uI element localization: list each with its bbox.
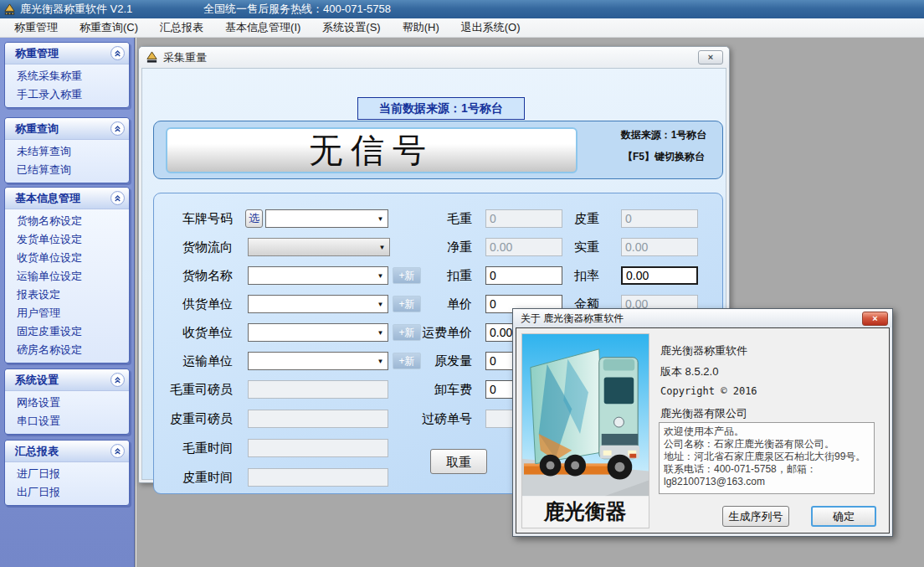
sidebar-section-header-system-settings: 系统设置	[5, 369, 129, 391]
gross-label: 毛重	[363, 209, 472, 228]
collapse-chevron-icon[interactable]	[110, 373, 125, 387]
sidebar-section-items: 系统采集称重手工录入称重	[5, 64, 129, 107]
app-titlebar: 鹿光衡器称重软件 V2.1 全国统一售后服务热线：400-071-5758	[0, 0, 924, 18]
menu-item-exit[interactable]: 退出系统(O)	[450, 18, 531, 37]
signal-display: 无信号	[166, 127, 578, 173]
mdi-border	[135, 38, 136, 567]
source-info: 数据来源：1号称台 【F5】键切换称台	[606, 128, 721, 172]
collapse-chevron-icon[interactable]	[110, 121, 125, 136]
dialog-close-icon[interactable]: ×	[862, 312, 888, 326]
sidebar-section-items: 未结算查询已结算查询	[5, 140, 129, 183]
info-line: 公司名称：石家庄鹿光衡器有限公司。	[664, 438, 870, 451]
sidebar-item[interactable]: 已结算查询	[5, 161, 129, 179]
menu-item-help[interactable]: 帮助(H)	[392, 18, 450, 37]
app-logo-icon	[3, 3, 16, 16]
supplier-label: 供货单位	[154, 295, 233, 313]
sidebar-item[interactable]: 出厂日报	[5, 483, 129, 502]
about-product-name: 鹿光衡器称重软件	[660, 343, 747, 358]
sidebar-section-header-weigh-mgmt: 称重管理	[5, 43, 129, 64]
take-weight-button[interactable]: 取重	[430, 449, 487, 474]
plate-label: 车牌号码	[154, 209, 233, 228]
sidebar-section-title: 汇总报表	[15, 444, 59, 459]
sidebar-section-weigh-mgmt: 称重管理系统采集称重手工录入称重	[4, 42, 130, 108]
ticket-label: 过磅单号	[363, 410, 472, 428]
receiver-label: 收货单位	[154, 323, 233, 342]
price-label: 单价	[363, 295, 472, 313]
sidebar-item[interactable]: 串口设置	[5, 412, 129, 430]
source-info-line1: 数据来源：1号称台	[606, 128, 721, 142]
generate-serial-button[interactable]: 生成序列号	[722, 506, 789, 527]
sidebar-item[interactable]: 网络设置	[5, 394, 129, 412]
menu-item-basic-info[interactable]: 基本信息管理(I)	[214, 18, 311, 37]
sidebar-item[interactable]: 手工录入称重	[5, 85, 129, 104]
info-line: 联系电话：400-071-5758，邮箱：	[664, 463, 870, 476]
rate-label: 扣率	[516, 266, 599, 285]
weight-display-panel: 无信号 数据来源：1号称台 【F5】键切换称台	[153, 121, 723, 179]
sidebar-section-header-summary-reports: 汇总报表	[5, 441, 129, 462]
sidebar-item[interactable]: 系统采集称重	[5, 67, 129, 85]
about-copyright: Copyright © 2016	[660, 385, 757, 397]
sidebar-item[interactable]: 固定皮重设定	[5, 322, 129, 341]
tare-time-label: 皮重时间	[154, 468, 233, 487]
sidebar-section-items: 网络设置串口设置	[5, 391, 129, 434]
tare-field	[621, 209, 698, 228]
gross-time-label: 毛重时间	[154, 439, 233, 457]
about-dialog-title: 关于 鹿光衡器称重软件	[521, 312, 624, 326]
menu-item-weigh-mgmt[interactable]: 称重管理	[3, 18, 69, 37]
service-hotline: 全国统一售后服务热线：400-071-5758	[203, 2, 391, 17]
application-window: 鹿光衡器称重软件 V2.1 全国统一售后服务热线：400-071-5758 称重…	[0, 0, 924, 567]
plate-pick-button[interactable]: 选	[245, 209, 263, 228]
menu-item-summary-reports[interactable]: 汇总报表	[149, 18, 214, 37]
about-version: 版本 8.5.2.0	[660, 364, 718, 379]
sidebar-section-header-weigh-query: 称重查询	[5, 118, 129, 140]
info-line: 欢迎使用本产品。	[664, 425, 870, 438]
sidebar-item[interactable]: 磅房名称设定	[5, 341, 129, 359]
flow-label: 货物流向	[154, 238, 233, 256]
transport-label: 运输单位	[154, 352, 233, 370]
actual-field	[621, 238, 698, 256]
info-line: 地址：河北省石家庄鹿泉区石柏北大街99号。	[664, 451, 870, 463]
about-dialog: 关于 鹿光衡器称重软件 ×	[512, 308, 893, 537]
sidebar-item[interactable]: 发货单位设定	[5, 230, 129, 249]
sidebar-item[interactable]: 货物名称设定	[5, 212, 129, 230]
window-logo-icon	[146, 51, 158, 64]
origin-label: 原发量	[363, 352, 472, 370]
sidebar-section-title: 称重查询	[15, 121, 59, 137]
rate-field[interactable]	[621, 266, 698, 285]
sidebar-item[interactable]: 收货单位设定	[5, 249, 129, 267]
about-dialog-body: 鹿光衡器 鹿光衡器称重软件 版本 8.5.2.0 Copyright © 201…	[516, 327, 890, 533]
sidebar-item[interactable]: 用户管理	[5, 304, 129, 322]
collapse-chevron-icon[interactable]	[110, 191, 125, 205]
sidebar-section-system-settings: 系统设置网络设置串口设置	[4, 369, 130, 435]
actual-label: 实重	[516, 238, 599, 256]
sidebar-item[interactable]: 运输单位设定	[5, 267, 129, 286]
menu-bar: 称重管理称重查询(C)汇总报表基本信息管理(I)系统设置(S)帮助(H)退出系统…	[0, 18, 924, 38]
collapse-chevron-icon[interactable]	[110, 444, 125, 458]
capture-window-titlebar: 采集重量 ×	[139, 47, 729, 68]
gross-operator-label: 毛重司磅员	[154, 380, 233, 399]
about-company: 鹿光衡器有限公司	[660, 406, 747, 421]
sidebar-item[interactable]: 报表设定	[5, 286, 129, 304]
sidebar: 称重管理系统采集称重手工录入称重称重查询未结算查询已结算查询基本信息管理货物名称…	[0, 38, 135, 567]
sidebar-section-weigh-query: 称重查询未结算查询已结算查询	[4, 117, 130, 183]
sidebar-item[interactable]: 未结算查询	[5, 142, 129, 161]
collapse-chevron-icon[interactable]	[110, 46, 125, 60]
window-close-icon[interactable]: ×	[698, 50, 723, 64]
sidebar-item[interactable]: 进厂日报	[5, 465, 129, 483]
freight-price-label: 运费单价	[363, 323, 472, 342]
data-source-banner: 当前数据来源：1号称台	[357, 97, 525, 120]
truck-logo-text: 鹿光衡器	[543, 499, 627, 523]
sidebar-section-basic-info: 基本信息管理货物名称设定发货单位设定收货单位设定运输单位设定报表设定用户管理固定…	[4, 187, 130, 363]
menu-item-system-settings[interactable]: 系统设置(S)	[311, 18, 391, 37]
goods-label: 货物名称	[154, 266, 233, 285]
sidebar-section-title: 称重管理	[15, 46, 59, 61]
menu-item-weigh-query[interactable]: 称重查询(C)	[69, 18, 149, 37]
sidebar-section-items: 进厂日报出厂日报	[5, 462, 129, 505]
sidebar-section-summary-reports: 汇总报表进厂日报出厂日报	[4, 440, 130, 506]
sidebar-section-title: 基本信息管理	[15, 191, 80, 206]
ok-button[interactable]: 确定	[811, 506, 876, 527]
source-info-line2: 【F5】键切换称台	[606, 150, 721, 164]
unload-fee-label: 卸车费	[363, 380, 472, 399]
net-label: 净重	[363, 238, 472, 256]
gross-time-field	[248, 439, 388, 457]
